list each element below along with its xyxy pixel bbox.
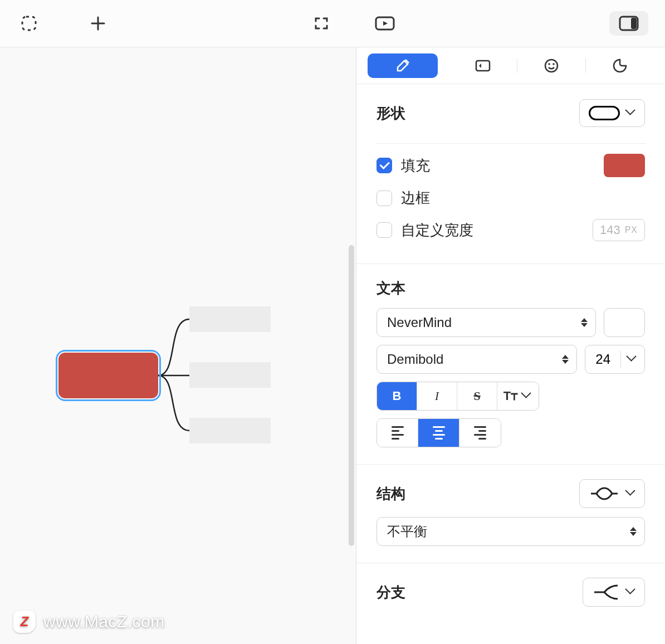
svg-point-5 bbox=[545, 60, 558, 72]
tab-emoji[interactable] bbox=[517, 53, 585, 78]
structure-option-value: 不平衡 bbox=[387, 523, 427, 540]
child-node-1[interactable] bbox=[189, 306, 271, 332]
panel-toggle-button[interactable] bbox=[609, 11, 648, 36]
stepper-icon bbox=[630, 527, 637, 536]
chevron-down-icon bbox=[627, 587, 637, 597]
structure-section: 结构 不平衡 bbox=[356, 465, 665, 563]
tab-label[interactable] bbox=[449, 53, 517, 78]
align-left-button[interactable] bbox=[377, 419, 418, 447]
structure-title: 结构 bbox=[376, 484, 405, 504]
svg-point-6 bbox=[548, 63, 550, 65]
font-size-value: 24 bbox=[585, 352, 620, 367]
font-weight-value: Demibold bbox=[387, 352, 443, 367]
structure-shape-dropdown[interactable] bbox=[579, 479, 645, 508]
tab-style[interactable] bbox=[368, 53, 438, 78]
branch-section: 分支 bbox=[356, 563, 665, 623]
text-case-button[interactable]: Tᴛ bbox=[497, 382, 539, 410]
fill-color-swatch[interactable] bbox=[604, 154, 645, 177]
tab-sticker[interactable] bbox=[586, 53, 654, 78]
branch-icon bbox=[592, 584, 620, 601]
mindmap-canvas[interactable] bbox=[0, 47, 356, 644]
chevron-down-icon bbox=[628, 354, 638, 364]
fullscreen-button[interactable] bbox=[309, 11, 334, 36]
custom-width-value: 143 bbox=[600, 223, 620, 237]
branch-style-dropdown[interactable] bbox=[583, 578, 645, 607]
shape-title: 形状 bbox=[376, 104, 405, 123]
watermark-badge: Z bbox=[13, 611, 36, 633]
svg-rect-3 bbox=[631, 18, 637, 29]
case-label: Tᴛ bbox=[503, 389, 518, 403]
svg-rect-4 bbox=[476, 61, 490, 71]
central-node[interactable] bbox=[58, 353, 158, 398]
inspector-panel: 形状 填充 边框 bbox=[356, 47, 665, 644]
structure-icon bbox=[589, 486, 620, 501]
child-node-3[interactable] bbox=[189, 418, 271, 443]
svg-point-7 bbox=[552, 63, 555, 65]
text-section: 文本 NeverMind Demibold 24 bbox=[356, 264, 665, 465]
text-title: 文本 bbox=[376, 279, 645, 298]
presentation-button[interactable] bbox=[373, 11, 397, 36]
canvas-scrollbar[interactable] bbox=[349, 245, 354, 546]
watermark: Z www.MacZ.com bbox=[13, 611, 165, 633]
shape-dropdown[interactable] bbox=[579, 99, 645, 127]
stepper-icon bbox=[581, 318, 588, 327]
align-right-button[interactable] bbox=[459, 419, 501, 447]
font-family-value: NeverMind bbox=[387, 315, 452, 330]
svg-rect-0 bbox=[22, 17, 36, 30]
selection-tool-button[interactable] bbox=[17, 11, 41, 36]
border-checkbox[interactable] bbox=[376, 191, 392, 206]
structure-option-select[interactable]: 不平衡 bbox=[376, 517, 645, 546]
chevron-down-icon bbox=[627, 489, 637, 499]
fill-checkbox[interactable] bbox=[376, 158, 392, 173]
top-toolbar bbox=[0, 0, 665, 47]
add-button[interactable] bbox=[86, 11, 110, 36]
italic-button[interactable]: I bbox=[417, 382, 457, 410]
bold-button[interactable]: B bbox=[377, 382, 417, 410]
strikethrough-button[interactable]: S bbox=[457, 382, 497, 410]
chevron-down-icon bbox=[627, 108, 637, 118]
branch-title: 分支 bbox=[376, 583, 405, 602]
custom-width-field[interactable]: 143 PX bbox=[593, 219, 645, 241]
custom-width-label: 自定义宽度 bbox=[401, 221, 473, 240]
watermark-text: www.MacZ.com bbox=[43, 612, 165, 631]
align-center-button[interactable] bbox=[418, 419, 459, 447]
fill-label: 填充 bbox=[401, 156, 430, 175]
custom-width-unit: PX bbox=[625, 225, 638, 235]
chevron-down-icon bbox=[522, 391, 532, 401]
child-node-2[interactable] bbox=[189, 362, 271, 388]
shape-section: 形状 填充 边框 bbox=[356, 84, 665, 264]
border-label: 边框 bbox=[401, 188, 430, 208]
font-weight-select[interactable]: Demibold bbox=[376, 345, 577, 374]
font-size-select[interactable]: 24 bbox=[585, 345, 645, 374]
panel-tabs bbox=[356, 47, 665, 84]
shape-preview-icon bbox=[589, 106, 620, 120]
custom-width-checkbox[interactable] bbox=[376, 222, 392, 238]
stepper-icon bbox=[562, 355, 569, 364]
font-family-select[interactable]: NeverMind bbox=[376, 308, 596, 337]
text-color-swatch[interactable] bbox=[604, 308, 645, 337]
